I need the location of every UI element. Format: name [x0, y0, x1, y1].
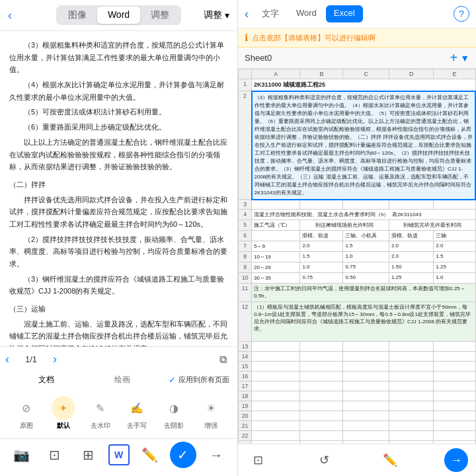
cell-7b[interactable]: 2.0: [300, 241, 343, 252]
cell-8e[interactable]: 1.5: [434, 252, 475, 262]
filter-enhance-icon: ☀: [199, 396, 223, 420]
apply-all-pages[interactable]: ✓ 应用到所有页面: [169, 372, 229, 388]
tab-image[interactable]: 图像: [58, 7, 97, 24]
sheet-bar: Sheet0 + ▼: [238, 48, 476, 69]
cell-10c[interactable]: 0.50: [343, 273, 389, 284]
cell-10b[interactable]: 0.75: [300, 273, 343, 284]
tab-text[interactable]: 文字: [254, 5, 287, 22]
cell-6e[interactable]: 三轴: [434, 231, 475, 241]
spreadsheet-area[interactable]: A B C D E 1 2K311000 城镇道路工程25 2 （3）根据粗集料…: [238, 69, 476, 444]
cell-8c[interactable]: 1.0: [343, 252, 389, 262]
pencil-icon[interactable]: ✏️: [136, 442, 163, 468]
help-button[interactable]: ?: [454, 6, 469, 22]
tab-word[interactable]: Word: [97, 7, 140, 24]
word-icon[interactable]: W: [108, 444, 130, 465]
send-icon[interactable]: →: [203, 442, 229, 468]
cell-5d[interactable]: 到铺筑完毕充许最长时间: [389, 220, 475, 231]
right-back-button[interactable]: ‹: [245, 7, 249, 21]
filter-no-handwriting[interactable]: ✍ 去手写: [125, 396, 149, 430]
filter-no-shadow-icon: ◑: [162, 396, 186, 420]
cell-1a[interactable]: 2K311000 城镇道路工程25: [252, 79, 476, 91]
cell-3c[interactable]: [343, 200, 389, 210]
filter-default[interactable]: ✦ 默认: [52, 396, 75, 430]
cell-12a[interactable]: （1）模板应与混凝土铺筑机械相匹配，模板高度应与混凝土板设计厚度不宜小于50mm…: [252, 301, 476, 341]
table-row: 14: [239, 351, 476, 361]
col-header-a: A: [252, 69, 300, 79]
tab-word[interactable]: Word: [288, 5, 325, 22]
spreadsheet-table: A B C D E 1 2K311000 城镇道路工程25 2 （3）根据粗集料…: [238, 69, 476, 444]
cell-8d[interactable]: 2.0: [389, 252, 433, 262]
col-header-e: E: [434, 69, 475, 79]
table-row: 11 注：水中施工工时的日间平均气温，使用缓凝剂拌合长延续时间表，本表数值可增加…: [239, 284, 476, 301]
filter-no-shadow[interactable]: ◑ 去阴影: [162, 396, 186, 430]
notice-bar: ℹ 点击底部【填辅表格】可以进行编辑啊: [238, 28, 476, 48]
table-row: 9 20～29 1.0 0.75 1.50 1.25: [239, 262, 476, 273]
cell-10d[interactable]: 1.25: [389, 273, 433, 284]
cell-6c[interactable]: 三轴、小机具: [343, 231, 389, 241]
right-grid-icon[interactable]: ⊡: [246, 448, 270, 472]
cell-3b[interactable]: [300, 200, 343, 210]
cell-9a[interactable]: 20～29: [252, 262, 300, 273]
filter-enhance[interactable]: ☀ 增强: [199, 396, 223, 430]
next-page-button[interactable]: ›: [48, 352, 62, 366]
cell-9b[interactable]: 1.0: [300, 262, 343, 273]
tab-adjust[interactable]: 调整: [140, 7, 180, 24]
cell-5b[interactable]: 到达摊铺现场前允许时间: [300, 220, 389, 231]
cell-4a[interactable]: 混凝土拌合物性能和技能、混凝土水合条件要求时间（h） 表2K311043: [252, 210, 476, 220]
right-panel: ‹ 文字 Word Excel ? ℹ 点击底部【填辅表格】可以进行编辑啊 Sh…: [238, 0, 476, 476]
page-navigation: ‹ 1/1 › ⧉: [0, 352, 237, 366]
sheet-add-button[interactable]: +: [450, 50, 457, 65]
left-toolbar: 📷 ⊡ ⊞ W ✏️ ✓ →: [0, 438, 237, 471]
camera-icon[interactable]: 📷: [8, 442, 34, 468]
para-4: （6）重要路面采用同上步确定级配比优化。: [9, 121, 228, 134]
cell-2a[interactable]: （3）根据粗集料种类和适宜的拌合度，按规范的总公式计算单位用水量，并计算估算满足…: [252, 91, 476, 200]
cell-9c[interactable]: 0.75: [343, 262, 389, 273]
cell-7e[interactable]: 2.0: [434, 241, 475, 252]
filter-no-handwriting-icon: ✍: [125, 396, 149, 420]
filter-original-label: 原图: [20, 421, 33, 430]
filter-original[interactable]: ⊘ 原图: [15, 396, 38, 430]
cell-3e[interactable]: [434, 200, 475, 210]
prev-page-button[interactable]: ‹: [0, 352, 15, 366]
tab-excel[interactable]: Excel: [326, 5, 363, 22]
cell-7d[interactable]: 2.0: [389, 241, 433, 252]
cell-6a[interactable]: [252, 231, 300, 241]
right-undo-icon[interactable]: ↺: [312, 448, 336, 472]
check-icon: ✓: [169, 375, 176, 385]
adjust-button[interactable]: 调整 ▾: [204, 9, 229, 21]
row-num-11: 11: [239, 284, 252, 301]
cell-10e[interactable]: 1.0: [434, 273, 475, 284]
col-header-b: B: [300, 69, 343, 79]
cell-9d[interactable]: 1.50: [389, 262, 433, 273]
confirm-button[interactable]: ✓: [170, 442, 196, 468]
cell-3d[interactable]: [389, 200, 433, 210]
left-header: ‹ 图像 Word 调整 调整 ▾: [0, 0, 237, 31]
cell-10a[interactable]: 30～35: [252, 273, 300, 284]
cell-5a[interactable]: 施工气温（℃）: [252, 220, 300, 231]
left-back-button[interactable]: ‹: [8, 9, 12, 22]
para-8: （3）钢纤维混凝土的搅拌应符合《城镇道路工程施工与质量验收规范》CJJ 1-20…: [9, 273, 228, 298]
sheet-name[interactable]: Sheet0: [245, 53, 450, 63]
cell-6b[interactable]: 滑模、轨道: [300, 231, 343, 241]
cell-7c[interactable]: 1.5: [343, 241, 389, 252]
mode-tab-drawing[interactable]: 绘画: [85, 372, 161, 388]
table-row: 5 施工气温（℃） 到达摊铺现场前允许时间 到铺筑完毕充许最长时间: [239, 220, 476, 231]
cell-8b[interactable]: 1.5: [300, 252, 343, 262]
filter-no-watermark[interactable]: ✎ 去水印: [89, 396, 112, 430]
cell-7a[interactable]: 5～9: [252, 241, 300, 252]
row-num-10: 10: [239, 273, 252, 284]
col-header-d: D: [389, 69, 433, 79]
cell-6d[interactable]: 滑模、轨道: [389, 231, 433, 241]
mode-tab-document[interactable]: 文档: [8, 372, 85, 388]
cell-9e[interactable]: 1.25: [434, 262, 475, 273]
table-row: 22: [239, 430, 476, 440]
right-pencil-icon[interactable]: ✏️: [378, 448, 402, 472]
right-confirm-button[interactable]: →: [444, 448, 468, 472]
copy-icon[interactable]: ⧉: [219, 354, 227, 366]
sheet-arrow-icon[interactable]: ▼: [460, 53, 469, 63]
cell-3a[interactable]: [252, 200, 300, 210]
crop-icon[interactable]: ⊡: [42, 442, 68, 468]
grid-icon[interactable]: ⊞: [75, 442, 101, 468]
cell-11a[interactable]: 注：水中施工工时的日间平均气温，使用缓凝剂拌合长延续时间表，本表数值可增加0.2…: [252, 284, 476, 301]
cell-8a[interactable]: 10～19: [252, 252, 300, 262]
